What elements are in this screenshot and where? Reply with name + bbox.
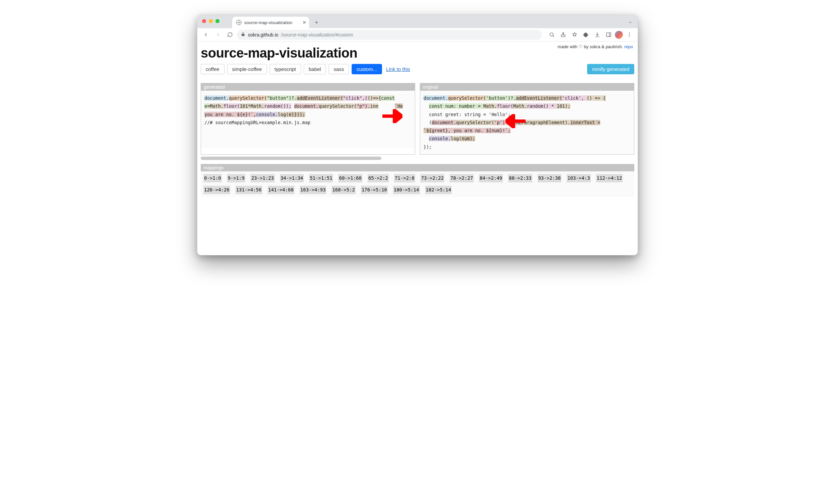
seg[interactable]: floor( [497, 103, 513, 109]
scrollbar-thumb[interactable] [201, 157, 381, 160]
mapping-chip[interactable]: 23->1:23 [250, 174, 274, 182]
tab-babel[interactable]: babel [304, 64, 326, 74]
mapping-chip[interactable]: 182->5:14 [425, 186, 452, 194]
tab-coffee[interactable]: coffee [201, 64, 224, 74]
seg[interactable]: `${ [424, 128, 431, 133]
tab-custom[interactable]: custom... [352, 64, 382, 74]
link-to-this[interactable]: Link to this [386, 66, 410, 72]
new-tab-button[interactable]: ＋ [312, 17, 321, 27]
mapping-chip[interactable]: 65->2:2 [368, 174, 389, 182]
seg[interactable]: innerText = [570, 120, 600, 125]
seg[interactable]: querySelector( [456, 120, 494, 125]
mapping-chip[interactable]: 60->1:60 [338, 174, 362, 182]
seg[interactable]: const [381, 95, 395, 101]
seg[interactable]: console. [256, 112, 278, 117]
seg[interactable]: Math. [513, 103, 527, 109]
seg[interactable]: const [429, 103, 445, 109]
seg[interactable]: document. [204, 95, 229, 101]
close-window-icon[interactable] [202, 19, 206, 23]
browser-tab[interactable]: source-map-visualization ✕ [232, 17, 309, 28]
seg[interactable]: 101); [557, 103, 570, 109]
mapping-chip[interactable]: 88->2:33 [508, 174, 532, 182]
seg[interactable]: document. [294, 103, 319, 109]
seg[interactable]: you are no. [453, 128, 486, 133]
seg[interactable]: "button")?. [267, 95, 297, 101]
tab-typescript[interactable]: typescript [270, 64, 301, 74]
mapping-chip[interactable]: 141->4:68 [268, 186, 294, 194]
bookmark-star-icon[interactable] [569, 30, 579, 40]
address-bar[interactable]: sokra.github.io/source-map-visualization… [237, 30, 542, 40]
minify-generated-button[interactable]: minify generated [587, 64, 634, 74]
side-panel-icon[interactable] [604, 30, 613, 40]
mapping-chip[interactable]: 34->1:34 [280, 174, 304, 182]
generated-code[interactable]: document.querySelector("button")?.addEve… [201, 91, 415, 148]
seg[interactable]: addEventListener( [516, 95, 562, 101]
mapping-chip[interactable]: 112->4:12 [596, 174, 623, 182]
mapping-chip[interactable]: 176->5:10 [361, 186, 388, 194]
seg[interactable]: addEventListener( [297, 95, 343, 101]
seg[interactable]: e= [204, 103, 210, 109]
maximize-window-icon[interactable] [216, 19, 220, 23]
seg[interactable]: Math. [483, 103, 497, 109]
seg[interactable]: you are no. [204, 112, 237, 117]
window-controls[interactable] [202, 19, 220, 23]
seg[interactable]: ${ [486, 128, 491, 133]
forward-button[interactable] [213, 30, 223, 40]
seg[interactable]: querySelector( [448, 95, 486, 101]
seg[interactable]: log( [278, 112, 289, 117]
seg[interactable]: Math. [250, 103, 264, 109]
mapping-chip[interactable]: 9->1:9 [227, 174, 246, 182]
repo-link[interactable]: repo [624, 44, 633, 49]
seg[interactable]: console. [429, 136, 451, 141]
mapping-chip[interactable]: 126->4:26 [203, 186, 230, 194]
seg[interactable]: num: number = [445, 103, 483, 109]
seg[interactable]: Math. [210, 103, 223, 109]
generated-scrollbar[interactable] [201, 157, 408, 160]
mapping-chip[interactable]: 163->4:93 [300, 186, 326, 194]
seg[interactable]: greet}, [431, 128, 453, 133]
seg[interactable]: "p"). [357, 103, 370, 109]
seg[interactable]: 101* [240, 103, 251, 109]
seg[interactable]: 'button')?. [486, 95, 516, 101]
seg[interactable]: const greet: string = 'Hello'; [429, 112, 510, 117]
extensions-icon[interactable] [581, 30, 591, 40]
seg[interactable]: 'click', [562, 95, 587, 101]
seg[interactable]: querySelector( [229, 95, 267, 101]
seg[interactable]: document. [431, 120, 456, 125]
reload-button[interactable] [225, 30, 235, 40]
mapping-chip[interactable]: 93->2:38 [537, 174, 561, 182]
seg[interactable]: ${ [237, 112, 243, 117]
kebab-menu-icon[interactable] [624, 30, 634, 40]
seg[interactable]: LParagraphElement). [519, 120, 570, 125]
mapping-chip[interactable]: 73->2:22 [421, 174, 444, 182]
seg[interactable]: ()=>{ [368, 95, 381, 101]
mapping-chip[interactable]: 78->2:27 [450, 174, 473, 182]
tab-sass[interactable]: sass [328, 64, 349, 74]
seg[interactable]: num); [462, 136, 475, 141]
downloads-icon[interactable] [592, 30, 602, 40]
minimize-window-icon[interactable] [209, 19, 213, 23]
seg[interactable]: random()); [264, 103, 291, 109]
tab-simple-coffee[interactable]: simple-coffee [227, 64, 267, 74]
back-button[interactable] [201, 30, 211, 40]
seg[interactable]: querySelector( [319, 103, 357, 109]
mapping-chip[interactable]: 103->4:3 [567, 174, 590, 182]
seg[interactable]: () => { [587, 95, 606, 101]
seg[interactable]: num}!`; [491, 128, 510, 133]
close-tab-icon[interactable]: ✕ [302, 20, 306, 25]
seg[interactable]: floor( [223, 103, 240, 109]
mapping-chip[interactable]: 131->4:56 [236, 186, 262, 194]
original-code[interactable]: document.querySelector('button')?.addEve… [420, 91, 634, 154]
profile-avatar[interactable] [615, 31, 623, 39]
seg[interactable]: e}!`, [243, 112, 256, 117]
seg[interactable]: log( [451, 136, 462, 141]
mapping-chip[interactable]: 0->1:0 [203, 174, 222, 182]
share-icon[interactable] [558, 30, 568, 40]
tab-overflow-icon[interactable]: ⌄ [628, 19, 632, 24]
mapping-chip[interactable]: 71->2:8 [394, 174, 415, 182]
search-icon[interactable] [547, 30, 557, 40]
seg[interactable]: e)})); [289, 112, 305, 117]
mapping-chip[interactable]: 84->2:49 [479, 174, 503, 182]
mapping-chip[interactable]: 168->5:2 [331, 186, 355, 194]
seg[interactable]: 'p') as H [494, 120, 518, 125]
